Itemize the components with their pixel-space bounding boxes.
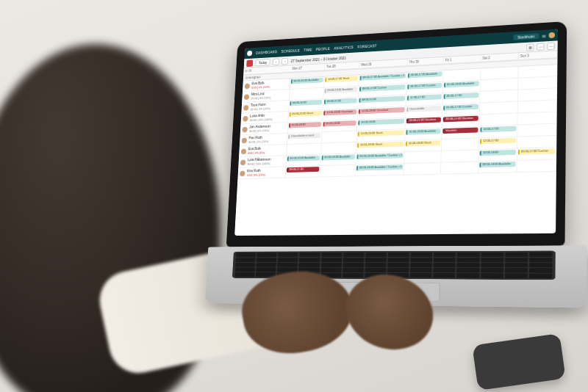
shift-block[interactable]: 10:00-18:00 [358,119,404,126]
shift-block[interactable]: 09:00-18:00 Available / Cashier +1 [356,153,403,159]
shift-block[interactable]: 08:00-17:00 Available / Cashier +1 [359,73,406,81]
nav-analytics[interactable]: ANALYTICS [334,45,354,50]
shift-block[interactable]: 09:00-13:00 Available [324,87,357,93]
view-toggle-button[interactable]: ▦ [526,43,534,51]
schedule-cell[interactable] [517,136,556,149]
schedule-cell[interactable]: 09:00-11:00 Vacation [406,117,442,130]
notification-badge-icon[interactable] [246,59,253,67]
next-week-button[interactable]: › [282,57,288,65]
schedule-cell[interactable]: 12:00-17:00 [479,137,517,150]
person-meta: 30:00 | 20% (100%) [248,161,271,166]
shift-block[interactable]: 08:00-16:00 Available [291,78,323,84]
schedule-cell[interactable]: Vacation [442,126,479,139]
shift-block[interactable]: 12:00-20:00 Stock [358,130,404,137]
app-logo-icon[interactable] [247,51,252,57]
person-avatar-icon [243,115,248,121]
nav-people[interactable]: PEOPLE [316,46,330,51]
schedule-cell[interactable]: Unavailable to work [287,132,322,145]
shift-block[interactable]: Unavailable [406,106,441,112]
schedule-cell[interactable] [404,163,442,175]
shift-block[interactable]: 08:00-18:00 Available [479,161,515,167]
shift-block[interactable]: 08:00-18:00 Available / Cashier +1 [356,164,404,170]
shift-block[interactable]: 09:00-18:00 Available [322,154,355,160]
shift-block[interactable]: 09:00-17:00 Cashier [443,104,478,111]
nav-dashboard[interactable]: DASHBOARD [256,50,277,55]
shift-block[interactable]: 12:00-18:00 Checkout [359,107,405,114]
schedule-cell[interactable]: 09:00-18:00 [322,120,357,132]
shift-block[interactable]: Vacation [442,127,478,133]
schedule-cell[interactable] [320,165,356,178]
shift-block[interactable]: 09:00-11:00 Vacation [406,117,441,123]
nav-time[interactable]: TIME [304,48,312,52]
schedule-cell[interactable]: 09:00-11:00 Vacation [442,115,480,128]
person-row-header[interactable]: Lola Håkansson30:00 | 20% (100%) [238,156,287,168]
shift-block[interactable]: 09:00-11:00 [287,167,319,173]
schedule-cell[interactable]: 08:00-18:00 Available / Cashier +1 [355,164,404,176]
shift-block[interactable]: 09:00-18:00 Available [444,81,479,87]
schedule-cell[interactable]: 09:00-18:00 Available [320,153,356,166]
app-screen: DASHBOARD SCHEDULE TIME PEOPLE ANALYTICS… [234,29,558,236]
shift-block[interactable]: 09:00-17:00 Cashier [518,148,555,154]
today-button[interactable]: Today [255,59,270,66]
shift-block[interactable]: 12:00-18:00 Checkout [323,109,356,115]
prev-week-button[interactable]: ‹ [273,58,279,65]
shift-block[interactable]: 09:00-20:00 Available [287,156,320,161]
schedule-cell[interactable]: 09:00-17:00 Cashier [517,148,556,161]
person-meta: 38:00 | 20% (100%) [250,117,273,122]
schedule-cell[interactable]: 08:00-18:00 Available [478,161,517,173]
schedule-cell[interactable] [517,159,556,173]
shift-block[interactable]: Unavailable to work [288,133,320,139]
shift-block[interactable]: 08:00-17:00 [444,92,479,99]
schedule-cell[interactable]: 09:00-11:00 [286,166,321,178]
user-avatar[interactable] [549,32,555,38]
shift-block[interactable]: 10:00-18:00 Stock [406,140,440,146]
schedule-cell[interactable]: 09:00-18:00 Available / Cashier +1 [356,152,405,164]
shift-block[interactable]: 09:00-20:00 Stock [290,111,322,117]
schedule-cell[interactable] [441,150,479,162]
person-row-header[interactable]: Kira Roth4:00 | 3% (29%) [237,167,286,179]
shift-block[interactable]: 08:00-16:00 [290,100,322,106]
shift-block[interactable]: 10:00-20:00 Available [406,128,440,134]
shift-block[interactable]: 09:00-11:00 Vacation [443,116,478,123]
schedule-cell[interactable] [441,161,479,174]
more-menu-button[interactable]: ⋯ [547,42,554,49]
schedule-cell[interactable]: 10:00-18:00 Stock [405,139,442,152]
shift-block[interactable]: 08:00-17:00 Cashier [359,84,406,92]
nav-forecast[interactable]: FORECAST [357,43,377,48]
person-avatar-icon [242,126,247,132]
nav-schedule[interactable]: SCHEDULE [281,48,300,54]
shift-block[interactable]: 08:00-17:00 Available [408,71,442,78]
schedule-cell[interactable] [404,151,442,164]
location-selector[interactable]: Stockholm [513,33,539,40]
schedule-cell[interactable]: 10:00-18:00 [479,149,517,162]
schedule-cell[interactable] [518,112,557,125]
schedule-cell[interactable]: 09:00-18:00 [288,121,323,134]
shift-block[interactable]: 08:00-15:00 [324,98,357,104]
person-avatar-icon [242,137,247,143]
person-meta: 34:00 | 3% (29%) [251,106,270,111]
person-avatar-icon [244,94,249,100]
mail-icon[interactable]: ✉ [542,33,545,38]
shift-block[interactable]: 12:00-17:00 [480,138,516,144]
schedule-cell[interactable] [442,138,479,151]
schedule-cell[interactable]: 09:00-20:00 Available [286,155,321,167]
shift-block[interactable]: 10:00-18:00 [480,150,516,156]
schedule-cell[interactable] [287,143,321,156]
filter-button[interactable]: ⋯ [537,43,544,50]
schedule-cell[interactable] [517,124,556,137]
shift-block[interactable]: 12:00-17:00 [407,94,442,101]
person-meta: 20:00 | 3% (20%) [251,95,270,100]
schedule-cell[interactable]: 10:00-17:00 [479,126,517,139]
schedule-cell[interactable] [480,113,518,126]
person-avatar-icon [243,105,248,111]
shift-block[interactable]: 08:00-17:00 Cashier [407,83,442,90]
shift-block[interactable]: 10:00-17:00 [480,126,516,133]
shift-block[interactable]: 10:00-18:00 Stock [357,142,404,148]
schedule-cell[interactable] [322,131,357,143]
shift-block[interactable]: 08:00-15:00 [359,96,405,103]
schedule-cell[interactable] [321,142,356,155]
shift-block[interactable]: 14:00-17:00 Stock [325,76,358,82]
schedule-cell[interactable]: 10:00-20:00 Available [405,128,442,140]
shift-block[interactable]: 09:00-18:00 [289,122,321,128]
shift-block[interactable]: 09:00-18:00 [323,120,356,126]
